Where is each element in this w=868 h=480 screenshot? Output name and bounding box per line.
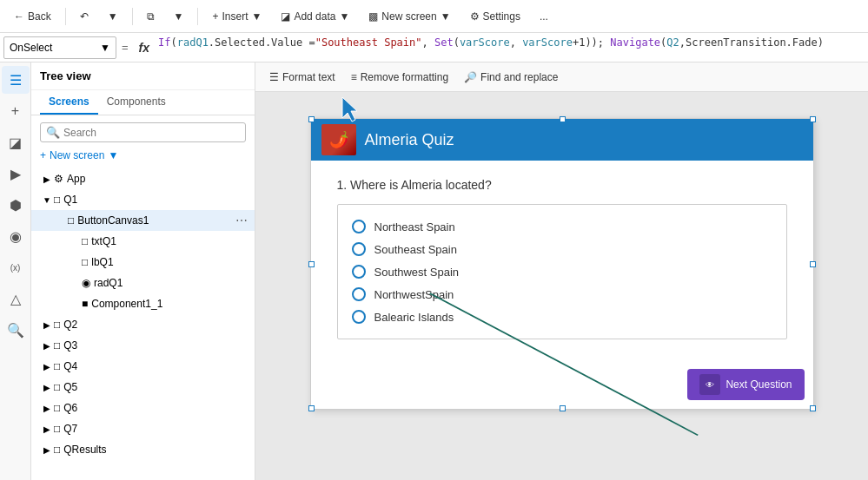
next-btn-icon: 👁 <box>699 374 720 395</box>
add-data-icon: ◪ <box>281 10 290 23</box>
more-button[interactable]: ... <box>533 7 555 26</box>
chevron-down-icon3: ▼ <box>441 10 451 23</box>
quiz-header-image: 🌶️ <box>321 124 356 155</box>
format-text-icon: ☰ <box>269 71 279 83</box>
copy-button[interactable]: ⧉ <box>140 7 162 26</box>
tree-view-panel: Tree view Screens Components 🔍 + New scr… <box>31 62 255 480</box>
chevron-down-icon2: ▼ <box>339 10 349 23</box>
quiz-option-5[interactable]: Balearic Islands <box>352 306 772 328</box>
q2-icon: □ <box>54 319 60 331</box>
find-replace-button[interactable]: 🔎 Find and replace <box>457 68 565 87</box>
property-dropdown[interactable]: OnSelect ▼ <box>3 36 116 59</box>
toggle-q7: ▶ <box>40 424 54 434</box>
back-arrow-icon: ← <box>14 10 24 23</box>
q6-icon: □ <box>54 402 60 414</box>
gear-icon: ⚙ <box>470 10 480 23</box>
q7-icon: □ <box>54 423 60 435</box>
format-text-button[interactable]: ☰ Format text <box>262 68 342 87</box>
search-input[interactable] <box>63 127 240 139</box>
canvas-area: 🌶️ Almeria Quiz 1. Where is Almeria loca… <box>255 92 868 480</box>
q4-icon: □ <box>54 360 60 372</box>
cursor-indicator <box>338 95 364 126</box>
selection-handle-bl <box>308 405 315 411</box>
quiz-title: Almeria Quiz <box>365 131 454 149</box>
remove-formatting-button[interactable]: ≡ Remove formatting <box>344 68 455 87</box>
data-icon[interactable]: ◪ <box>2 128 30 156</box>
more-options-icon[interactable]: ⋯ <box>235 214 248 227</box>
toggle-qresults: ▶ <box>40 445 54 455</box>
tree-item-buttoncanvas1[interactable]: □ ButtonCanvas1 ⋯ <box>31 210 255 231</box>
next-question-button[interactable]: 👁 Next Question <box>687 369 804 400</box>
quiz-option-3[interactable]: Southwest Spain <box>352 260 772 283</box>
content-area: ☰ Format text ≡ Remove formatting 🔎 Find… <box>255 62 868 480</box>
quiz-option-1[interactable]: Northeast Spain <box>352 215 772 238</box>
tools-icon[interactable]: ◉ <box>2 222 30 250</box>
search-icon-tree: 🔍 <box>46 126 60 139</box>
tree-item-app[interactable]: ▶ ⚙ App <box>31 168 255 189</box>
plus-icon-new: + <box>40 149 46 161</box>
toggle-q2: ▶ <box>40 320 54 330</box>
toggle-q6: ▶ <box>40 404 54 413</box>
tree-item-q5[interactable]: ▶ □ Q5 <box>31 377 255 398</box>
formula-input[interactable]: If(radQ1.Selected.Value ="Southeast Spai… <box>158 36 865 59</box>
undo-button[interactable]: ↶ <box>73 7 96 26</box>
toggle-app: ▶ <box>40 174 54 184</box>
add-data-button[interactable]: ◪ Add data ▼ <box>274 7 356 26</box>
fx-label: fx <box>134 41 155 55</box>
debug-icon[interactable]: △ <box>2 285 30 312</box>
tree-view-header: Tree view <box>31 62 255 90</box>
quiz-footer: 👁 Next Question <box>311 369 813 409</box>
tree-item-q3[interactable]: ▶ □ Q3 <box>31 335 255 356</box>
copy-dropdown-button[interactable]: ▼ <box>167 7 191 26</box>
qresults-icon: □ <box>54 444 60 456</box>
quiz-option-2[interactable]: Southeast Spain <box>352 238 772 260</box>
radio-circle-4 <box>352 287 366 301</box>
components-icon[interactable]: ⬢ <box>2 191 30 219</box>
quiz-options-box: Northeast Spain Southeast Spain Southwes… <box>337 204 787 339</box>
variables-icon[interactable]: (x) <box>2 253 30 281</box>
selection-handle-mr <box>810 261 816 267</box>
chevron-down-icon: ▼ <box>252 10 262 23</box>
search-icon[interactable]: 🔍 <box>2 316 30 344</box>
tree-item-txtq1[interactable]: □ txtQ1 <box>31 231 255 252</box>
tree-item-lbq1[interactable]: □ lbQ1 <box>31 252 255 273</box>
tree-content: ▶ ⚙ App ▼ □ Q1 □ ButtonCanvas1 ⋯ □ txtQ <box>31 167 255 480</box>
new-screen-btn[interactable]: + New screen ▼ <box>40 149 246 161</box>
separator <box>197 8 198 25</box>
tree-view-tabs: Screens Components <box>31 90 255 115</box>
quiz-header: 🌶️ Almeria Quiz <box>311 119 813 161</box>
tree-item-q4[interactable]: ▶ □ Q4 <box>31 356 255 377</box>
media-icon[interactable]: ▶ <box>2 160 30 187</box>
side-icon-panel: ☰ + ◪ ▶ ⬢ ◉ (x) △ 🔍 <box>0 62 31 480</box>
settings-button[interactable]: ⚙ Settings <box>463 7 527 26</box>
dropdown-chevron-icon: ▼ <box>100 42 110 54</box>
toggle-q5: ▶ <box>40 383 54 392</box>
treeview-icon[interactable]: ☰ <box>2 66 30 94</box>
tree-item-q6[interactable]: ▶ □ Q6 <box>31 398 255 418</box>
undo-dropdown-button[interactable]: ▼ <box>101 7 125 26</box>
tree-item-component1-1[interactable]: ■ Component1_1 <box>31 293 255 314</box>
quiz-option-4[interactable]: NorthwestSpain <box>352 283 772 306</box>
add-control-icon[interactable]: + <box>2 97 30 125</box>
lbq1-icon: □ <box>82 256 88 268</box>
tree-item-radq1[interactable]: ◉ radQ1 <box>31 273 255 293</box>
radio-circle-3 <box>352 265 366 279</box>
back-button[interactable]: ← Back <box>7 7 58 26</box>
q1-icon: □ <box>54 194 60 206</box>
tree-item-q2[interactable]: ▶ □ Q2 <box>31 314 255 335</box>
tree-item-q7[interactable]: ▶ □ Q7 <box>31 418 255 439</box>
toggle-q1: ▼ <box>40 195 54 205</box>
selection-handle-tl <box>308 116 315 122</box>
insert-button[interactable]: + Insert ▼ <box>205 7 268 26</box>
selection-handle-ml <box>308 261 315 267</box>
tab-components[interactable]: Components <box>98 90 175 115</box>
new-screen-button[interactable]: ▩ New screen ▼ <box>361 7 457 26</box>
search-box: 🔍 <box>40 122 246 142</box>
separator <box>132 8 133 25</box>
tab-screens[interactable]: Screens <box>40 90 98 115</box>
top-toolbar: ← Back ↶ ▼ ⧉ ▼ + Insert ▼ ◪ Add data ▼ ▩… <box>0 0 868 33</box>
screen-icon: ▩ <box>368 10 378 23</box>
tree-item-q1[interactable]: ▼ □ Q1 <box>31 189 255 210</box>
quiz-question: 1. Where is Almeria located? <box>337 178 787 192</box>
tree-item-qresults[interactable]: ▶ □ QResults <box>31 439 255 460</box>
